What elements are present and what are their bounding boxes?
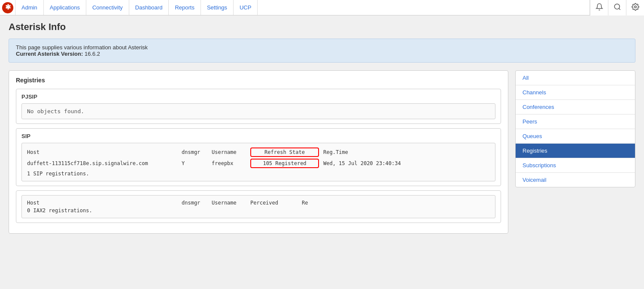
iax2-col-perceived-header: Perceived xyxy=(250,200,302,206)
svg-point-4 xyxy=(634,6,636,8)
registries-title: Registries xyxy=(16,77,501,84)
iax2-summary: 0 IAX2 registrations. xyxy=(27,208,490,214)
sip-row-regtime: Wed, 15 Jul 2020 23:40:34 xyxy=(323,160,490,166)
search-icon xyxy=(614,3,621,12)
iax2-header-row: Host dnsmgr Username Perceived Re xyxy=(27,200,490,206)
sip-row-dnsmgr: Y xyxy=(182,160,212,166)
no-objects-text: No objects found. xyxy=(27,108,84,114)
sip-header-row: Host dnsmgr Username Refresh State Reg.T… xyxy=(27,148,490,157)
iax2-data-box: Host dnsmgr Username Perceived Re 0 IAX2… xyxy=(21,195,495,218)
iax2-col-username-header: Username xyxy=(212,200,250,206)
svg-text:✱: ✱ xyxy=(5,3,11,11)
sidebar: All Channels Conferences Peers Queues Re… xyxy=(515,70,635,187)
sidebar-item-registries[interactable]: Registries xyxy=(516,144,635,158)
nav-item-applications[interactable]: Applications xyxy=(43,0,86,15)
sip-summary: 1 SIP registrations. xyxy=(27,171,490,177)
sip-col-username-header: Username xyxy=(212,149,250,155)
search-button[interactable] xyxy=(608,0,626,15)
sip-data-box: Host dnsmgr Username Refresh State Reg.T… xyxy=(21,143,495,181)
nav-item-dashboard[interactable]: Dashboard xyxy=(129,0,169,15)
nav-item-admin[interactable]: Admin xyxy=(15,0,44,15)
nav-item-connectivity[interactable]: Connectivity xyxy=(86,0,129,15)
content-area: Registries PJSIP No objects found. SIP H… xyxy=(9,70,508,234)
sip-row-state: Registered xyxy=(275,160,306,166)
sip-row-host: duffett-113115cf718e.sip.signalwire.com xyxy=(27,160,182,166)
iax2-col-host-header: Host xyxy=(27,200,182,206)
sip-data-row: duffett-113115cf718e.sip.signalwire.com … xyxy=(27,159,490,168)
gear-icon xyxy=(632,3,639,12)
top-navigation: ✱ Admin Applications Connectivity Dashbo… xyxy=(0,0,644,15)
sip-row-refresh: 105 xyxy=(263,160,272,166)
sidebar-item-channels[interactable]: Channels xyxy=(516,85,635,100)
version-value: 16.6.2 xyxy=(85,51,100,57)
svg-line-3 xyxy=(619,8,620,9)
svg-point-2 xyxy=(614,4,620,9)
sidebar-item-voicemail[interactable]: Voicemail xyxy=(516,173,635,187)
nav-item-ucp[interactable]: UCP xyxy=(233,0,258,15)
iax2-subsection: Host dnsmgr Username Perceived Re 0 IAX2… xyxy=(16,190,501,223)
sip-col-host-header: Host xyxy=(27,149,182,155)
nav-actions xyxy=(589,0,644,15)
notifications-icon xyxy=(595,3,603,12)
main-layout: Registries PJSIP No objects found. SIP H… xyxy=(9,70,635,234)
nav-item-settings[interactable]: Settings xyxy=(200,0,234,15)
sidebar-item-conferences[interactable]: Conferences xyxy=(516,100,635,114)
notifications-button[interactable] xyxy=(590,0,608,15)
nav-items: Admin Applications Connectivity Dashboar… xyxy=(15,0,589,15)
sip-title: SIP xyxy=(21,133,495,139)
pjsip-subsection: PJSIP No objects found. xyxy=(16,89,501,124)
info-box: This page supplies various information a… xyxy=(9,39,635,63)
sip-subsection: SIP Host dnsmgr Username Refresh State R… xyxy=(16,128,501,186)
sip-col-dnsmgr-header: dnsmgr xyxy=(182,149,212,155)
registries-card: Registries PJSIP No objects found. SIP H… xyxy=(9,70,508,234)
version-label: Current Asterisk Version: xyxy=(16,51,83,57)
info-text: This page supplies various information a… xyxy=(16,44,628,51)
sidebar-item-peers[interactable]: Peers xyxy=(516,114,635,129)
pjsip-no-objects: No objects found. xyxy=(21,103,495,119)
logo: ✱ xyxy=(0,0,15,15)
pjsip-title: PJSIP xyxy=(21,93,495,100)
iax2-col-re-header: Re xyxy=(302,200,490,206)
sip-row-username: freepbx xyxy=(212,160,250,166)
sip-col-regtime-header: Reg.Time xyxy=(323,149,490,155)
version-line: Current Asterisk Version: 16.6.2 xyxy=(16,51,628,57)
sip-row-refresh-state: 105 Registered xyxy=(250,159,319,168)
sidebar-item-queues[interactable]: Queues xyxy=(516,129,635,144)
page-title: Asterisk Info xyxy=(9,21,635,33)
sidebar-item-all[interactable]: All xyxy=(516,71,635,85)
nav-item-reports[interactable]: Reports xyxy=(168,0,201,15)
page-content: Asterisk Info This page supplies various… xyxy=(0,15,644,240)
sip-col-refresh-state-header: Refresh State xyxy=(250,148,319,157)
iax2-col-dnsmgr-header: dnsmgr xyxy=(182,200,212,206)
sidebar-item-subscriptions[interactable]: Subscriptions xyxy=(516,158,635,173)
gear-button[interactable] xyxy=(626,0,644,15)
